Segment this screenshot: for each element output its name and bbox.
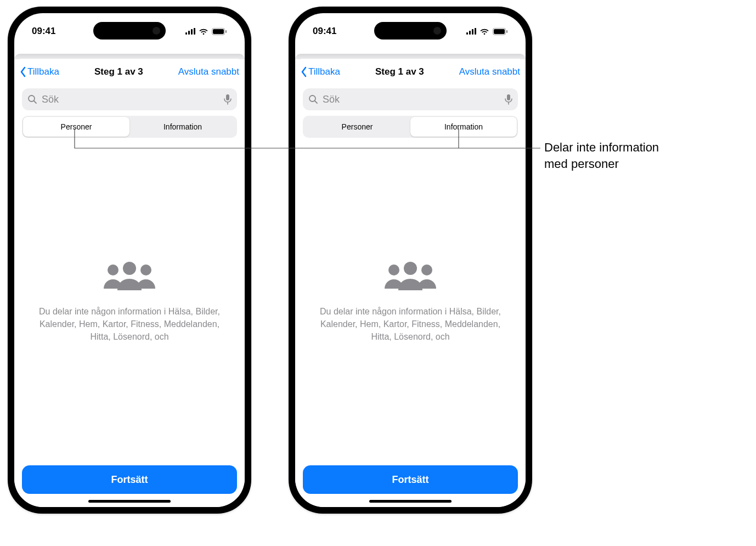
wifi-icon [199, 28, 208, 35]
svg-rect-15 [507, 94, 510, 100]
tab-personer[interactable]: Personer [23, 117, 129, 137]
search-icon [308, 94, 318, 104]
status-bar: 09:41 [14, 23, 245, 40]
status-bar: 09:41 [295, 23, 526, 40]
people-group-icon [99, 260, 160, 295]
home-indicator [88, 500, 171, 503]
svg-point-19 [404, 262, 417, 275]
tab-personer[interactable]: Personer [304, 117, 410, 137]
empty-state: Du delar inte någon information i Hälsa,… [295, 138, 526, 465]
back-button[interactable]: Tillbaka [20, 66, 59, 77]
people-group-icon [380, 260, 441, 295]
segmented-control: Personer Information [303, 116, 518, 138]
battery-icon [212, 28, 227, 35]
search-field[interactable] [303, 88, 518, 110]
svg-line-14 [315, 101, 317, 103]
svg-rect-12 [506, 30, 507, 33]
empty-state-description: Du delar inte någon information i Hälsa,… [312, 305, 509, 344]
volume-up-button [289, 145, 290, 183]
cellular-signal-icon [185, 28, 195, 35]
svg-point-9 [123, 262, 136, 275]
empty-state: Du delar inte någon information i Hälsa,… [14, 138, 245, 465]
continue-button[interactable]: Fortsätt [303, 465, 518, 494]
svg-point-17 [388, 264, 399, 275]
status-time: 09:41 [32, 26, 55, 37]
svg-point-13 [309, 95, 315, 102]
svg-point-3 [29, 95, 35, 102]
phone-frame-right: 09:41 T [289, 7, 532, 514]
chevron-left-icon [20, 66, 26, 77]
search-input[interactable] [41, 93, 224, 106]
volume-switch [8, 112, 9, 135]
quick-exit-button[interactable]: Avsluta snabbt [178, 66, 239, 77]
svg-rect-5 [226, 94, 229, 100]
svg-rect-2 [225, 30, 227, 33]
svg-point-18 [421, 264, 432, 275]
svg-rect-1 [213, 29, 224, 34]
back-label: Tillbaka [27, 66, 59, 77]
phone-frame-left: 09:41 T [8, 7, 251, 514]
tab-information[interactable]: Information [410, 117, 517, 137]
callout-label: Delar inte information med personer [544, 139, 731, 172]
microphone-icon[interactable] [224, 94, 232, 105]
cellular-signal-icon [466, 28, 476, 35]
svg-line-4 [34, 101, 36, 103]
search-icon [27, 94, 37, 104]
power-button [250, 153, 251, 213]
svg-rect-11 [494, 29, 505, 34]
volume-switch [289, 112, 290, 135]
volume-down-button [289, 192, 290, 230]
status-time: 09:41 [313, 26, 336, 37]
home-indicator [369, 500, 452, 503]
battery-icon [493, 28, 508, 35]
quick-exit-button[interactable]: Avsluta snabbt [459, 66, 520, 77]
back-label: Tillbaka [308, 66, 340, 77]
search-input[interactable] [321, 93, 505, 106]
page-title: Steg 1 av 3 [340, 66, 459, 77]
page-title: Steg 1 av 3 [59, 66, 178, 77]
chevron-left-icon [301, 66, 307, 77]
svg-point-7 [108, 264, 119, 275]
search-field[interactable] [22, 88, 237, 110]
svg-point-8 [140, 264, 151, 275]
empty-state-description: Du delar inte någon information i Hälsa,… [31, 305, 228, 344]
back-button[interactable]: Tillbaka [301, 66, 340, 77]
volume-down-button [8, 192, 9, 230]
wifi-icon [479, 28, 489, 35]
tab-information[interactable]: Information [129, 117, 236, 137]
nav-bar: Tillbaka Steg 1 av 3 Avsluta snabbt [14, 59, 245, 85]
continue-button[interactable]: Fortsätt [22, 465, 237, 494]
volume-up-button [8, 145, 9, 183]
nav-bar: Tillbaka Steg 1 av 3 Avsluta snabbt [295, 59, 526, 85]
segmented-control: Personer Information [22, 116, 237, 138]
power-button [531, 153, 532, 213]
microphone-icon[interactable] [505, 94, 512, 105]
